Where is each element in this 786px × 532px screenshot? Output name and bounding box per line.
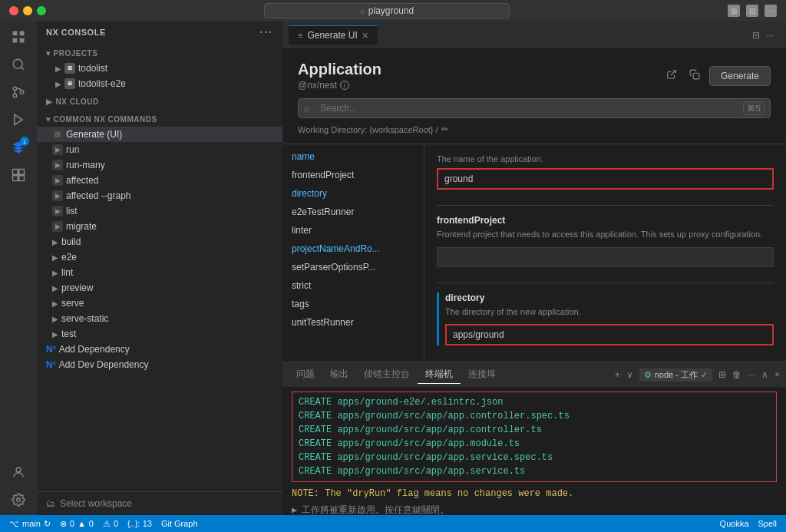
expand-icon: ▶: [52, 253, 58, 262]
layout-icon[interactable]: ⊞: [728, 5, 740, 17]
gen-field-name[interactable]: name: [282, 147, 424, 166]
common-nx-commands-section[interactable]: ▾ COMMON NX COMMANDS: [37, 109, 282, 127]
select-workspace[interactable]: 🗂 Select workspace: [37, 491, 282, 515]
gen-field-project-name[interactable]: projectNameAndRo...: [282, 240, 424, 258]
maximize-button[interactable]: [37, 6, 46, 15]
sidebar-item-serve-static[interactable]: ▶ serve-static: [37, 311, 282, 326]
terminal-more-icon[interactable]: ···: [748, 369, 755, 380]
sidebar-item-serve[interactable]: ▶ serve: [37, 296, 282, 311]
terminal-body: CREATE apps/ground-e2e/.eslintrc.json CR…: [282, 387, 786, 515]
sidebar-item-todolist-e2e[interactable]: ▶ ⊞ todolist-e2e: [37, 76, 282, 91]
activity-extensions[interactable]: [6, 163, 31, 187]
sidebar-item-migrate[interactable]: ▶ migrate: [37, 219, 282, 234]
tab-debug-console[interactable]: 侦错主控台: [356, 365, 418, 384]
frontend-project-input[interactable]: [437, 247, 774, 267]
generate-button[interactable]: Generate: [709, 66, 771, 86]
prompt-text: 工作將被重新啟用。按任意鍵關閉。: [302, 504, 449, 515]
activity-source-control[interactable]: [6, 80, 31, 104]
sidebar-item-test[interactable]: ▶ test: [37, 326, 282, 342]
sidebar-item-generate-ui[interactable]: ⊞ Generate (UI) ↗: [37, 127, 282, 142]
name-input[interactable]: [437, 168, 774, 190]
sidebar-item-preview[interactable]: ▶ preview: [37, 280, 282, 296]
info-icon[interactable]: i: [340, 81, 349, 90]
sidebar-item-e2e[interactable]: ▶ e2e: [37, 249, 282, 265]
terminal-dropdown-icon[interactable]: ∨: [626, 369, 633, 380]
sidebar-item-run-many[interactable]: ▶ run-many: [37, 157, 282, 173]
gen-field-e2e[interactable]: e2eTestRunner: [282, 203, 424, 221]
search-bar[interactable]: ⌕ playground: [264, 3, 510, 18]
copy-icon[interactable]: 📋: [255, 64, 266, 74]
nx-icon: ⊞: [64, 78, 75, 89]
activity-explorer[interactable]: [6, 25, 31, 49]
activity-nx[interactable]: 1: [6, 135, 31, 160]
external-link-icon[interactable]: ↗: [269, 130, 276, 140]
sidebar-item-run[interactable]: ▶ run: [37, 142, 282, 157]
quokka-status[interactable]: Quokka: [720, 519, 749, 528]
frontend-project-desc: Frontend project that needs to access th…: [437, 229, 774, 240]
projects-section[interactable]: ▾ PROJECTS: [37, 43, 282, 61]
spell-status[interactable]: Spell: [758, 519, 777, 528]
panel-more-icon[interactable]: ···: [766, 30, 774, 41]
activity-accounts[interactable]: [6, 460, 31, 484]
activity-run[interactable]: [6, 107, 31, 132]
gen-field-linter[interactable]: linter: [282, 221, 424, 240]
sidebar-item-add-dev-dependency[interactable]: N² Add Dev Dependency: [37, 357, 282, 372]
git-graph-text: Git Graph: [161, 519, 198, 528]
activity-settings[interactable]: [6, 487, 31, 512]
gen-field-frontend-project[interactable]: frontendProject: [282, 166, 424, 184]
delete-terminal-icon[interactable]: 🗑: [732, 369, 741, 380]
gen-field-tags[interactable]: tags: [282, 295, 424, 313]
tab-ports[interactable]: 连接埠: [461, 365, 504, 384]
minimize-button[interactable]: [23, 6, 32, 15]
panel-layout-icon[interactable]: ⊟: [752, 30, 760, 41]
sidebar-more-button[interactable]: ···: [259, 26, 273, 38]
errors-status[interactable]: ⊗ 0 ▲ 0: [60, 519, 94, 529]
edit-icon[interactable]: ✏: [441, 124, 448, 134]
gen-field-directory[interactable]: directory: [282, 184, 424, 203]
chevron-right-icon: ▶: [46, 97, 53, 106]
sidebar-item-affected[interactable]: ▶ affected: [37, 173, 282, 188]
gen-field-strict[interactable]: strict: [282, 276, 424, 295]
close-button[interactable]: [9, 6, 18, 15]
settings-icon[interactable]: ⋯: [765, 5, 777, 17]
directory-label: directory: [445, 292, 774, 303]
tab-problems[interactable]: 问题: [289, 365, 322, 384]
directory-field-section: directory The directory of the new appli…: [437, 292, 774, 345]
svg-point-10: [16, 468, 21, 472]
info-status[interactable]: ⚠ 0: [103, 519, 118, 529]
search-input[interactable]: [298, 98, 771, 118]
settings-icon[interactable]: ⚙: [269, 64, 276, 74]
external-link-button[interactable]: [663, 66, 680, 85]
branch-status[interactable]: ⌥ main ↻: [9, 519, 51, 529]
terminal-line-3: CREATE apps/ground/src/app/app.controlle…: [299, 423, 770, 437]
svg-point-3: [13, 94, 17, 97]
gen-field-unit-test[interactable]: unitTestRunner: [282, 313, 424, 332]
tab-output[interactable]: 输出: [322, 365, 356, 384]
svg-rect-13: [693, 73, 699, 79]
close-terminal-icon[interactable]: ×: [774, 369, 780, 380]
split-terminal-icon[interactable]: ⊞: [718, 369, 726, 380]
sidebar-item-build[interactable]: ▶ build: [37, 234, 282, 249]
json-status[interactable]: {..}: 13: [127, 519, 152, 528]
sidebar-item-affected-graph[interactable]: ▶ affected --graph: [37, 188, 282, 203]
git-graph-status[interactable]: Git Graph: [161, 519, 198, 528]
sidebar-item-todolist[interactable]: ▶ ⊞ todolist 📄 📋 ⚙: [37, 61, 282, 76]
tab-terminal[interactable]: 终端机: [418, 365, 461, 384]
sidebar-item-lint[interactable]: ▶ lint: [37, 265, 282, 280]
sidebar-item-add-dependency[interactable]: N² Add Dependency: [37, 342, 282, 357]
collapse-icon[interactable]: ∧: [761, 369, 768, 380]
gen-field-parser[interactable]: setParserOptionsP...: [282, 258, 424, 276]
tab-close-icon[interactable]: ×: [362, 29, 368, 41]
tab-generate-ui[interactable]: ≡ Generate UI ×: [289, 25, 378, 45]
nx-cloud-section[interactable]: ▶ NX CLOUD: [37, 91, 282, 109]
terminal-line-1: CREATE apps/ground-e2e/.eslintrc.json: [299, 395, 770, 409]
directory-input[interactable]: [445, 324, 774, 345]
run-icon: ⊞: [52, 129, 63, 140]
new-file-icon[interactable]: 📄: [241, 64, 252, 74]
run-icon: ▶: [52, 160, 63, 170]
activity-search[interactable]: [6, 52, 31, 77]
sidebar-item-list[interactable]: ▶ list: [37, 203, 282, 219]
split-icon[interactable]: ⊟: [746, 5, 758, 17]
add-terminal-button[interactable]: +: [615, 369, 620, 380]
copy-button[interactable]: [686, 66, 703, 85]
